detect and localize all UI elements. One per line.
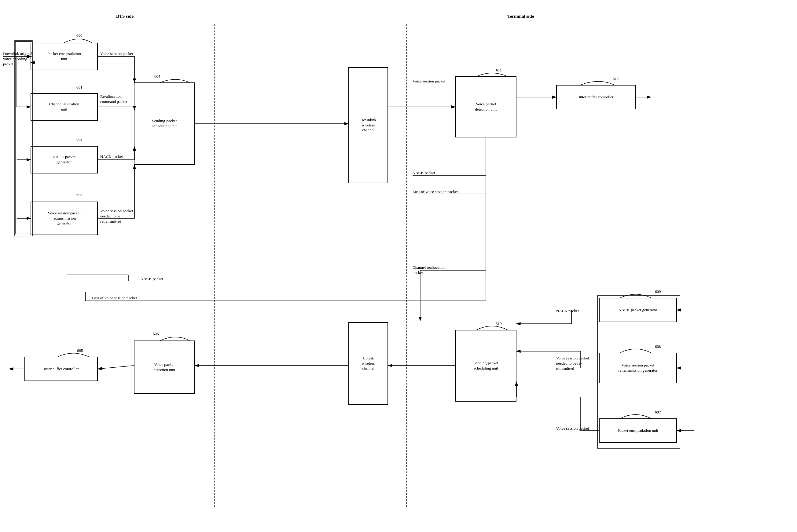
ref-600: 600 bbox=[76, 33, 82, 38]
ref-604: 604 bbox=[154, 74, 161, 79]
ref-606: 606 bbox=[153, 331, 159, 336]
box-606: Voice packetdetection unit bbox=[134, 341, 195, 394]
arrows-svg bbox=[0, 0, 797, 532]
box-607: Packet encapsulation unit bbox=[599, 418, 677, 443]
box-612: Jitter buffer controller bbox=[556, 85, 636, 109]
label-nack-609: NACK packet bbox=[556, 308, 579, 314]
ref-608: 608 bbox=[655, 344, 661, 349]
box-600: Packet encapsulationunit bbox=[31, 43, 98, 70]
label-vsp-retrans: Voice session packet needed to be retran… bbox=[100, 209, 135, 224]
box-605: Jitter buffer controller bbox=[24, 357, 98, 381]
diagram-container: BTS side Terminal side Packet encapsulat… bbox=[0, 0, 797, 532]
ref-609: 609 bbox=[655, 289, 661, 294]
label-nack-602: NACK packet bbox=[100, 154, 123, 159]
ref-601: 601 bbox=[76, 85, 82, 90]
ref-607: 607 bbox=[655, 410, 661, 415]
ref-605: 605 bbox=[77, 348, 83, 353]
dashed-line-left bbox=[214, 24, 215, 507]
uplink-channel: Uplinkwirelesschannel bbox=[348, 322, 388, 405]
ref-611: 611 bbox=[496, 68, 502, 73]
svg-rect-3 bbox=[15, 41, 32, 234]
label-vsp-600: Voice session packet bbox=[100, 51, 133, 57]
box-611: Voice packetdetection unit bbox=[455, 76, 517, 137]
bts-side-title: BTS side bbox=[116, 14, 133, 19]
label-nack-lower: NACK packet bbox=[141, 277, 163, 282]
label-loss-611: Loss of voice session packet bbox=[412, 189, 458, 194]
label-vsp-retrans-608: Voice session packet needed to be re-tra… bbox=[556, 356, 599, 372]
input-label: Downlink original voice encoding packet bbox=[3, 51, 34, 67]
box-604: Sending-packetscheduling unit bbox=[134, 82, 195, 165]
terminal-side-title: Terminal side bbox=[507, 14, 534, 19]
box-602: NACK packetgenerator bbox=[31, 146, 98, 173]
svg-rect-6 bbox=[15, 41, 32, 236]
box-610: Sending-packetscheduling unit bbox=[455, 330, 517, 402]
ref-612: 612 bbox=[613, 76, 619, 81]
downlink-channel: Downlinkwirelesschannel bbox=[348, 67, 388, 183]
ref-602: 602 bbox=[76, 137, 82, 142]
label-channel-realloc: Channel reallocation packet bbox=[412, 265, 452, 276]
ref-603: 603 bbox=[76, 192, 82, 197]
label-realloc: Re-allocation command packet bbox=[100, 94, 134, 104]
ref-610: 610 bbox=[496, 321, 502, 326]
box-601: Channel allocationunit bbox=[31, 93, 98, 121]
box-609: NACK packet generator bbox=[599, 298, 677, 322]
box-603: Voice session packetretransmissiongenera… bbox=[31, 202, 98, 235]
label-vsp-611: Voice session packet bbox=[412, 79, 445, 84]
label-nack-611: NACK packet bbox=[412, 170, 435, 176]
label-loss-lower: Loss of voice session packet bbox=[92, 296, 137, 301]
box-608: Voice session packetretransmission gener… bbox=[599, 353, 677, 383]
label-vsp-607: Voice session packet bbox=[556, 426, 589, 431]
dashed-line-right bbox=[406, 24, 407, 507]
